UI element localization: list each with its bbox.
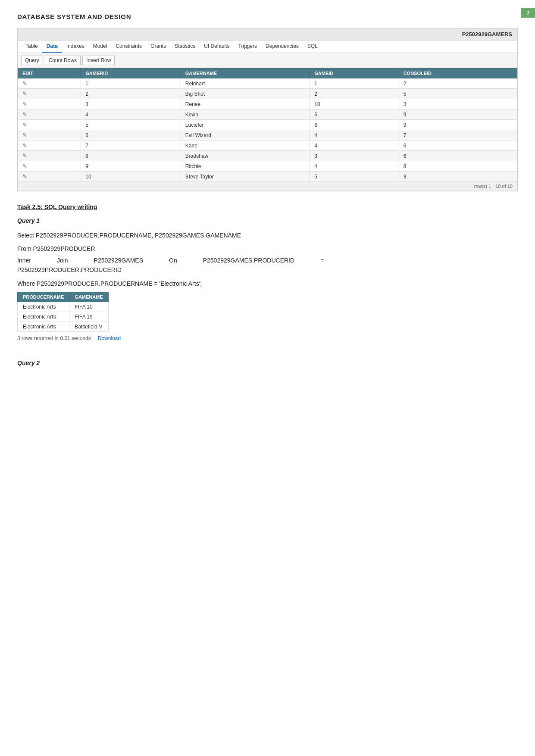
edit-cell[interactable]: ✎ xyxy=(18,109,81,120)
gamerid-cell: 6 xyxy=(81,130,181,141)
query1-line1: Select P2502929PRODUCER.PRODUCERNAME, P2… xyxy=(17,230,518,241)
edit-icon: ✎ xyxy=(22,132,27,138)
tab-statistics[interactable]: Statistics xyxy=(170,41,200,53)
query1-join-condition2: P2502929PRODUCER.PRODUCERID xyxy=(17,265,518,275)
gamername-cell: Luciefer xyxy=(181,120,310,130)
row-count-label: row(s) 1 - 10 of 10 xyxy=(18,182,517,191)
query1-result-table: PRODUCERNAME GAMENAME Electronic Arts FI… xyxy=(17,292,109,332)
consoleid-cell: 6 xyxy=(399,141,517,151)
insert-row-button[interactable]: Insert Row xyxy=(82,56,115,65)
tab-constraints[interactable]: Constraints xyxy=(111,41,146,53)
edit-icon: ✎ xyxy=(22,153,27,159)
tab-table[interactable]: Table xyxy=(21,41,42,53)
col-edit: EDIT xyxy=(18,69,81,78)
pgadmin-tabs: Table Data Indexes Model Constraints Gra… xyxy=(18,41,517,53)
gamename-cell: Battlefield V xyxy=(69,322,108,331)
gameid-cell: 4 xyxy=(310,141,399,151)
gamename-cell: FIFA 10 xyxy=(69,302,108,312)
consoleid-cell: 8 xyxy=(399,161,517,172)
tab-indexes[interactable]: Indexes xyxy=(62,41,89,53)
table-row: ✎ 1 Reinhart 1 2 xyxy=(18,78,517,89)
tab-ui-defaults[interactable]: UI Defaults xyxy=(200,41,234,53)
join-on: On xyxy=(169,257,177,264)
download-link[interactable]: Download xyxy=(98,335,121,341)
edit-icon: ✎ xyxy=(22,111,27,118)
query2-label: Query 2 xyxy=(17,359,518,366)
gamerid-cell: 10 xyxy=(81,172,181,182)
gamername-cell: Renee xyxy=(181,99,310,109)
edit-icon: ✎ xyxy=(22,173,27,180)
consoleid-cell: 5 xyxy=(399,89,517,99)
edit-cell[interactable]: ✎ xyxy=(18,78,81,89)
gamername-cell: Big Shot xyxy=(181,89,310,99)
table-row: ✎ 6 Evil Wizard 4 7 xyxy=(18,130,517,141)
gamername-cell: Kevin xyxy=(181,109,310,120)
gamername-cell: Steve Taylor xyxy=(181,172,310,182)
consoleid-cell: 9 xyxy=(399,120,517,130)
tab-data[interactable]: Data xyxy=(42,41,62,53)
edit-icon: ✎ xyxy=(22,142,27,149)
table-row: ✎ 8 Bradshaw 3 6 xyxy=(18,151,517,161)
query1-where: Where P2502929PRODUCER.PRODUCERNAME = 'E… xyxy=(17,278,518,289)
document-title: DATABASE SYSTEM AND DESIGN xyxy=(17,13,518,20)
gamerid-cell: 9 xyxy=(81,161,181,172)
table-row: ✎ 3 Renee 10 3 xyxy=(18,99,517,109)
edit-cell[interactable]: ✎ xyxy=(18,130,81,141)
consoleid-cell: 6 xyxy=(399,151,517,161)
gamername-cell: Kane xyxy=(181,141,310,151)
gameid-cell: 1 xyxy=(310,78,399,89)
gamername-cell: Reinhart xyxy=(181,78,310,89)
edit-cell[interactable]: ✎ xyxy=(18,151,81,161)
result-col-producername: PRODUCERNAME xyxy=(18,292,69,302)
count-rows-button[interactable]: Count Rows xyxy=(45,56,81,65)
join-equals: = xyxy=(320,257,324,264)
edit-cell[interactable]: ✎ xyxy=(18,172,81,182)
col-gamerid: GAMERID xyxy=(81,69,181,78)
table-row: ✎ 7 Kane 4 6 xyxy=(18,141,517,151)
edit-cell[interactable]: ✎ xyxy=(18,120,81,130)
tab-sql[interactable]: SQL xyxy=(303,41,322,53)
producername-cell: Electronic Arts xyxy=(18,322,69,331)
gameid-cell: 3 xyxy=(310,151,399,161)
gameid-cell: 6 xyxy=(310,120,399,130)
query-button[interactable]: Query xyxy=(21,56,43,65)
tab-dependencies[interactable]: Dependencies xyxy=(261,41,303,53)
tab-model[interactable]: Model xyxy=(89,41,112,53)
producername-cell: Electronic Arts xyxy=(18,302,69,312)
edit-icon: ✎ xyxy=(22,122,27,128)
tab-grants[interactable]: Grants xyxy=(146,41,170,53)
pgadmin-table-name: P2502929GAMERS xyxy=(18,28,517,41)
gameid-cell: 6 xyxy=(310,109,399,120)
result-row: Electronic Arts FIFA 19 xyxy=(18,312,109,322)
result-row: Electronic Arts FIFA 10 xyxy=(18,302,109,312)
table-row: ✎ 4 Kevin 6 9 xyxy=(18,109,517,120)
table-row: ✎ 10 Steve Taylor 5 3 xyxy=(18,172,517,182)
consoleid-cell: 9 xyxy=(399,109,517,120)
gameid-cell: 4 xyxy=(310,130,399,141)
gamerid-cell: 1 xyxy=(81,78,181,89)
task-section-title: Task 2.5: SQL Query writing xyxy=(17,203,518,210)
edit-cell[interactable]: ✎ xyxy=(18,141,81,151)
gameid-cell: 2 xyxy=(310,89,399,99)
edit-icon: ✎ xyxy=(22,101,27,107)
gamerid-cell: 2 xyxy=(81,89,181,99)
gamename-cell: FIFA 19 xyxy=(69,312,108,322)
edit-cell[interactable]: ✎ xyxy=(18,161,81,172)
pgadmin-panel: P2502929GAMERS Table Data Indexes Model … xyxy=(17,28,518,191)
result-footer: 3 rows returned in 0.01 seconds Download xyxy=(17,335,518,341)
table-row: ✎ 9 Ritchie 4 8 xyxy=(18,161,517,172)
query1-join-line: Inner Join P2502929GAMES On P2502929GAME… xyxy=(17,257,518,264)
table-row: ✎ 2 Big Shot 2 5 xyxy=(18,89,517,99)
edit-cell[interactable]: ✎ xyxy=(18,89,81,99)
tab-triggers[interactable]: Triggers xyxy=(234,41,262,53)
join-condition: P2502929GAMES.PRODUCERID xyxy=(203,257,294,264)
gamerid-cell: 4 xyxy=(81,109,181,120)
join-inner: Inner xyxy=(17,257,31,264)
edit-cell[interactable]: ✎ xyxy=(18,99,81,109)
col-consoleid: CONSOLEID xyxy=(399,69,517,78)
consoleid-cell: 7 xyxy=(399,130,517,141)
query1-label: Query 1 xyxy=(17,217,518,224)
gameid-cell: 10 xyxy=(310,99,399,109)
producername-cell: Electronic Arts xyxy=(18,312,69,322)
consoleid-cell: 3 xyxy=(399,172,517,182)
